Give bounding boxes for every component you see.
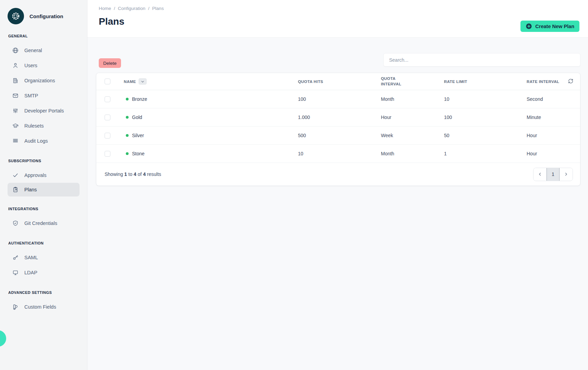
delete-button[interactable]: Delete [99, 58, 121, 68]
table-row[interactable]: Stone 10 Month 1 Hour [96, 145, 580, 163]
table-row[interactable]: Bronze 100 Month 10 Second [96, 90, 580, 108]
rate-interval-value: Minute [527, 115, 580, 120]
status-dot [126, 116, 129, 119]
column-header-name: NAME [124, 80, 136, 84]
sidebar-item-ldap[interactable]: LDAP [0, 265, 80, 280]
rate-interval-value: Hour [527, 151, 580, 156]
sidebar-item-custom-fields[interactable]: Custom Fields [0, 299, 80, 314]
column-header-quota-interval: QUOTA INTERVAL [381, 76, 403, 87]
mail-icon [12, 92, 19, 99]
quota-hits-value: 1.000 [298, 115, 381, 120]
status-dot [126, 98, 129, 100]
table-row[interactable]: Silver 500 Week 50 Hour [96, 127, 580, 145]
previous-page-button[interactable] [533, 168, 547, 181]
sidebar-item-smtp[interactable]: SMTP [0, 88, 80, 103]
key-icon [12, 254, 19, 261]
row-checkbox[interactable] [105, 115, 110, 120]
sidebar-item-approvals[interactable]: Approvals [0, 168, 80, 183]
rate-limit-value: 1 [444, 151, 527, 156]
app-logo-row: Configuration [0, 8, 87, 24]
create-new-plan-label: Create New Plan [535, 24, 574, 29]
check-icon [12, 172, 19, 179]
section-label-integrations: INTEGRATIONS [0, 207, 87, 211]
quota-hits-value: 100 [298, 96, 381, 102]
sidebar-item-label: Users [24, 63, 37, 68]
plan-name: Gold [132, 115, 142, 120]
sidebar-item-users[interactable]: Users [0, 58, 80, 73]
breadcrumb-current: Plans [152, 6, 164, 11]
section-label-general: GENERAL [0, 34, 87, 38]
quota-hits-value: 10 [298, 151, 381, 156]
sidebar-item-rulesets[interactable]: Rulesets [0, 118, 80, 133]
sidebar-item-label: Approvals [24, 172, 46, 178]
sidebar-item-label: Git Credentials [24, 220, 57, 226]
clipboard-icon [12, 186, 19, 193]
sidebar-item-label: General [24, 48, 42, 53]
table-footer: Showing 1 to 4 of 4 results 1 [96, 163, 580, 186]
plan-name: Stone [132, 151, 145, 156]
plans-content: Delete NAME QUOTA HITS QUOTA INTERVAL RA… [87, 38, 588, 370]
sidebar-item-plans[interactable]: Plans [8, 183, 80, 196]
sidebar-item-audit-logs[interactable]: Audit Logs [0, 133, 80, 148]
create-new-plan-button[interactable]: Create New Plan [520, 21, 579, 32]
sidebar-item-label: Audit Logs [24, 138, 48, 144]
building-icon [12, 77, 19, 84]
quota-hits-value: 500 [298, 133, 381, 138]
quota-interval-value: Week [381, 133, 444, 138]
next-page-button[interactable] [560, 168, 573, 181]
globe-icon [12, 47, 19, 54]
pagination: 1 [533, 168, 573, 181]
status-dot [126, 152, 129, 155]
user-icon [12, 62, 19, 69]
breadcrumb-configuration[interactable]: Configuration [118, 6, 145, 11]
plans-table: NAME QUOTA HITS QUOTA INTERVAL RATE LIMI… [96, 73, 580, 186]
quota-interval-value: Month [381, 151, 444, 156]
row-checkbox[interactable] [105, 96, 110, 102]
main-content: Home / Configuration / Plans Plans Creat… [87, 0, 588, 370]
sidebar-item-developer-portals[interactable]: Developer Portals [0, 103, 80, 118]
plan-name: Bronze [132, 96, 147, 102]
row-checkbox[interactable] [105, 133, 110, 139]
sort-name-button[interactable] [139, 78, 147, 85]
swatch-icon [12, 303, 19, 310]
sidebar-item-organizations[interactable]: Organizations [0, 73, 80, 88]
gear-icon [11, 12, 20, 21]
chevron-left-icon [538, 172, 542, 177]
row-checkbox[interactable] [105, 151, 110, 157]
quota-interval-value: Month [381, 96, 444, 102]
sliders-icon [12, 107, 19, 114]
refresh-button[interactable] [567, 78, 574, 84]
breadcrumb-separator: / [114, 6, 115, 11]
sidebar-item-label: Plans [24, 187, 37, 192]
sidebar-item-git-credentials[interactable]: Git Credentials [0, 216, 80, 231]
monitor-icon [12, 269, 19, 276]
sidebar-item-general[interactable]: General [0, 43, 80, 58]
rate-limit-value: 100 [444, 115, 527, 120]
sidebar: Configuration GENERAL General Users Orga… [0, 0, 87, 370]
rate-limit-value: 50 [444, 133, 527, 138]
select-all-checkbox[interactable] [105, 79, 110, 84]
sidebar-item-label: Rulesets [24, 123, 44, 129]
chevron-right-icon [564, 172, 568, 177]
rate-limit-value: 10 [444, 96, 527, 102]
table-row[interactable]: Gold 1.000 Hour 100 Minute [96, 108, 580, 127]
chevron-down-icon [141, 80, 145, 84]
app-title: Configuration [29, 13, 63, 19]
breadcrumb-home[interactable]: Home [99, 6, 111, 11]
column-header-quota-hits: QUOTA HITS [298, 80, 381, 84]
list-lines-icon [12, 138, 19, 144]
section-label-advanced-settings: ADVANCED SETTINGS [0, 290, 87, 295]
breadcrumb: Home / Configuration / Plans [99, 6, 588, 11]
page-number-button[interactable]: 1 [547, 168, 560, 181]
rate-interval-value: Hour [527, 133, 580, 138]
search-input[interactable] [383, 53, 580, 67]
graduation-cap-icon [12, 122, 19, 129]
sidebar-item-saml[interactable]: SAML [0, 250, 80, 265]
page-header: Home / Configuration / Plans Plans Creat… [87, 0, 588, 38]
breadcrumb-separator: / [148, 6, 149, 11]
sidebar-item-label: LDAP [24, 270, 37, 275]
plan-name: Silver [132, 133, 144, 138]
table-header-row: NAME QUOTA HITS QUOTA INTERVAL RATE LIMI… [96, 73, 580, 90]
sidebar-item-label: SMTP [24, 93, 38, 98]
section-label-subscriptions: SUBSCRIPTIONS [0, 159, 87, 163]
